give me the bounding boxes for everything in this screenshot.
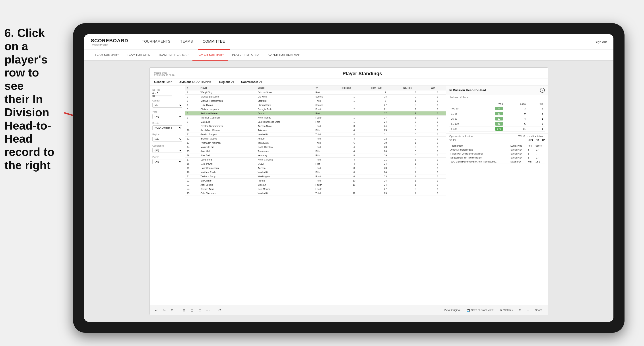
sidebar-year: Year (All)	[152, 111, 182, 119]
sidebar-conference: Conference (All)	[152, 145, 182, 153]
table-row[interactable]: 8 Mats Ege East Tennessee State Fifth 1 …	[185, 120, 446, 124]
gender-select[interactable]: Men	[152, 103, 182, 108]
hex-button[interactable]: ⬡	[197, 307, 203, 313]
sidebar-division: Division NCAA Division I	[152, 122, 182, 130]
filter-region: Region: All	[219, 80, 234, 84]
table-row[interactable]: 17 David Ford North Carolina Third 4 21 …	[185, 158, 446, 162]
content-area: No Rds. 6 – 6	[150, 86, 548, 305]
layout-button[interactable]: ◻	[189, 307, 195, 313]
panel-title: Player Standings	[181, 71, 544, 76]
table-row[interactable]: 13 Phichaksn Maichon Texas A&M Third 6 3…	[185, 141, 446, 145]
table-row[interactable]: 7 Nicholas Gabrelcik North Florida Fourt…	[185, 116, 446, 120]
h2h-right-panel: In Division Head-to-Head × Jackson Koivu…	[446, 86, 548, 305]
tab-player-h2h-grid[interactable]: PLAYER H2H GRID	[228, 49, 263, 61]
nav-teams[interactable]: TEAMS	[176, 34, 198, 50]
year-select[interactable]: (All)	[152, 114, 182, 119]
h2h-row: >100 578 11 1	[449, 127, 545, 132]
table-row[interactable]: 14 Maxwell Ford North Carolina Third 4 2…	[185, 145, 446, 149]
table-row[interactable]: 3 Michael Thorbjornsen Stanford Third 1 …	[185, 99, 446, 103]
rds-slider[interactable]	[152, 96, 182, 96]
h2h-table-body: Top 10 8 3 2 11-25 20 9 5 26-50 22 4 1 5…	[449, 106, 545, 132]
close-button[interactable]: ×	[540, 88, 545, 93]
left-sidebar: No Rds. 6 – 6	[150, 86, 185, 305]
h2h-table: Win Loss Tie Top 10 8 3 2 11-25 20 9 5 2…	[449, 102, 545, 132]
secondary-nav: TEAM SUMMARY TEAM H2H GRID TEAM H2H HEAT…	[84, 50, 614, 61]
tab-player-h2h-heatmap[interactable]: PLAYER H2H HEATMAP	[263, 49, 304, 61]
redo-button[interactable]: ↪	[161, 307, 168, 313]
standings-table: # Player School Yr Reg Rank Conf Rank No…	[185, 86, 446, 195]
col-player: Player	[199, 86, 256, 90]
view-original-button[interactable]: View: Original	[442, 308, 463, 313]
opponents-pct: 98.1%	[449, 139, 456, 142]
tablet-screen: SCOREBOARD Powered by clippi TOURNAMENTS…	[84, 34, 614, 322]
table-row[interactable]: 16 Alex Goff Kentucky Fifth 8 19 0 1	[185, 154, 446, 158]
sidebar-gender: Gender Men	[152, 100, 182, 108]
toolbar-icon-2[interactable]: ☰	[525, 307, 531, 313]
division-select[interactable]: NCAA Division I	[152, 125, 182, 130]
h2h-player-name: Jackson Koivun	[446, 95, 548, 100]
table-row[interactable]: 1 Wenyi Ding Arizona State First 1 1 8 1	[185, 90, 446, 95]
table-row[interactable]: 2 Michael La Sasso Ole Miss Second 1 18 …	[185, 95, 446, 99]
update-time: Update time: 27/03/2024 16:56:26	[154, 71, 174, 76]
table-body: 1 Wenyi Ding Arizona State First 1 1 8 1…	[185, 90, 446, 195]
table-row[interactable]: 10 Jacob Mac Diesen Arkansas Fifth 4 25 …	[185, 128, 446, 132]
filter-conference: Conference: All	[241, 80, 262, 84]
player-select[interactable]: (All)	[152, 159, 182, 164]
table-row[interactable]: 22 Ian Gilligan Florida Third 10 24 1 1	[185, 179, 446, 183]
undo-button[interactable]: ↩	[153, 307, 160, 313]
tab-team-summary[interactable]: TEAM SUMMARY	[91, 49, 123, 61]
refresh-button[interactable]: ⟳	[169, 307, 176, 313]
table-row[interactable]: 24 Bastien Amat New Mexico Fourth 1 27 2…	[185, 187, 446, 191]
table-row[interactable]: 21 Taehoon Song Washington Fourth 6 23 1…	[185, 174, 446, 179]
nav-tournaments[interactable]: TOURNAMENTS	[137, 34, 176, 50]
table-row[interactable]: 12 Brendan Valdes Auburn Third 4 22 0 1	[185, 137, 446, 141]
tab-team-h2h-heatmap[interactable]: TEAM H2H HEATMAP	[154, 49, 192, 61]
sign-out-button[interactable]: Sign out	[594, 40, 607, 44]
region-select[interactable]: N/A	[152, 137, 182, 142]
instruction-line5: record to the right	[4, 146, 54, 172]
panel-header: Update time: 27/03/2024 16:56:26 Player …	[150, 68, 548, 78]
table-row[interactable]: 20 Matthew Riedel Vanderbilt Fifth 8 24 …	[185, 170, 446, 174]
tablet-bezel: SCOREBOARD Powered by clippi TOURNAMENTS…	[73, 23, 624, 333]
toolbar-icon-1[interactable]: ⬆	[517, 307, 523, 313]
table-row[interactable]: 4 Luke Claton Florida State Second 1 27 …	[185, 103, 446, 107]
instruction-text: 6. Click on a player's row to see their …	[0, 26, 65, 172]
no-rds-section: No Rds. 6 – 6	[152, 89, 182, 96]
tournament-section: Tournament Event Type Pos Score Amer Ari…	[446, 144, 548, 305]
tab-team-h2h-grid[interactable]: TEAM H2H GRID	[123, 49, 154, 61]
table-row[interactable]: 15 Jake Hall Tennessee Fifth 4 26 0 1	[185, 149, 446, 154]
table-row[interactable]: 6 Jackson Koivun Auburn First 1 27 2 1	[185, 111, 446, 116]
h2h-title: In Division Head-to-Head	[449, 88, 540, 92]
tournament-table-body: Amer Ari Intercollegiate Stroke Play 4 -…	[449, 148, 545, 164]
table-row[interactable]: 5 Christo Lamprecht Georgia Tech Fourth …	[185, 107, 446, 111]
opponents-row: Opponents in division: W-L-T record in-d…	[449, 135, 545, 138]
filter-gender: Gender: Men	[154, 80, 172, 84]
table-row[interactable]: 25 Cole Sherwood Vanderbilt Third 12 23 …	[185, 191, 446, 195]
tab-player-summary[interactable]: PLAYER SUMMARY	[192, 49, 228, 61]
conference-select[interactable]: (All)	[152, 148, 182, 153]
filter-division: Division: NCAA Division I	[179, 80, 212, 84]
bottom-toolbar: ↩ ↪ ⟳ ⊞ ◻ ⬡ ••• ⏱ View: Original 💾	[150, 305, 548, 315]
nav-committee[interactable]: COMMITTEE	[198, 34, 230, 50]
more-button[interactable]: •••	[205, 307, 211, 313]
table-header: # Player School Yr Reg Rank Conf Rank No…	[185, 86, 446, 90]
sidebar-player: Player (All)	[152, 156, 182, 164]
table-row[interactable]: 18 Luke Powell UCLA First 4 24 1 1	[185, 162, 446, 166]
h2h-table-container: Win Loss Tie Top 10 8 3 2 11-25 20 9 5 2…	[446, 100, 548, 133]
table-row[interactable]: 19 Tiger Christensen Arizona Third 8 23 …	[185, 166, 446, 170]
col-num: #	[185, 86, 199, 90]
instruction-line4: Head-to-Head	[4, 119, 51, 145]
logo-title: SCOREBOARD	[91, 38, 128, 43]
tournament-table: Tournament Event Type Pos Score Amer Ari…	[449, 144, 545, 164]
watch-button[interactable]: 👁 Watch ▾	[498, 308, 515, 313]
col-win: Win	[429, 86, 446, 90]
table-row[interactable]: 9 Preston Summerhays Arizona State Third…	[185, 124, 446, 128]
grid-button[interactable]: ⊞	[181, 307, 187, 313]
save-custom-button[interactable]: 💾 Save Custom View	[464, 308, 496, 313]
h2h-row: 11-25 20 9 5	[449, 111, 545, 116]
share-button[interactable]: Share	[533, 308, 544, 313]
table-row[interactable]: 23 Jack Lundin Missouri Fourth 11 24 1 1	[185, 183, 446, 187]
timer-button[interactable]: ⏱	[216, 307, 223, 313]
table-row[interactable]: 11 Gordon Sargent Vanderbilt Third 4 21 …	[185, 132, 446, 137]
col-school: School	[256, 86, 314, 90]
